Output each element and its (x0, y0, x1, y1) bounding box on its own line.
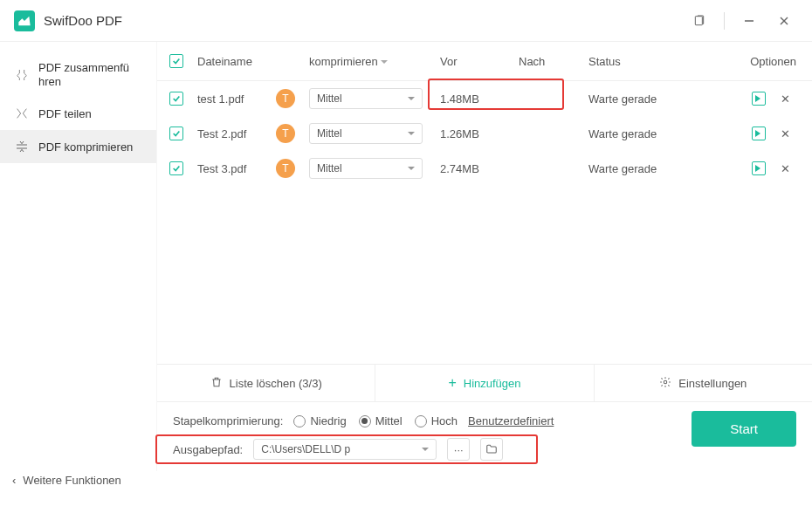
sort-icon (381, 60, 388, 67)
sidebar-item-merge[interactable]: PDF zusammenfü hren (0, 52, 156, 97)
cell-filename: Test 3.pdf (190, 151, 269, 186)
cell-before: 1.48MB (433, 81, 512, 117)
radio-high[interactable]: Hoch (415, 414, 458, 427)
output-label: Ausgabepfad: (173, 443, 243, 456)
gear-icon (659, 376, 671, 391)
divider (724, 12, 725, 30)
sidebar-item-label: PDF teilen (38, 107, 92, 120)
sidebar: PDF zusammenfü hren PDF teilen PDF kompr… (0, 42, 157, 471)
titlebar: SwifDoo PDF (0, 0, 812, 42)
clear-list-button[interactable]: Liste löschen (3/3) (157, 365, 375, 401)
play-icon (752, 161, 766, 175)
batch-label: Stapelkomprimierung: (173, 414, 283, 427)
batch-radio-group: Niedrig Mittel Hoch (293, 414, 458, 427)
compress-select[interactable]: Mittel (309, 123, 423, 144)
split-icon (14, 106, 30, 121)
add-file-button[interactable]: + Hinzufügen (375, 365, 593, 401)
remove-row-button[interactable] (777, 161, 793, 176)
play-icon (752, 92, 766, 106)
plus-icon: + (448, 375, 456, 391)
run-row-button[interactable] (751, 161, 767, 176)
cell-status: Warte gerade (581, 116, 733, 151)
remove-row-button[interactable] (777, 126, 793, 141)
radio-low[interactable]: Niedrig (293, 414, 346, 427)
titlebar-actions (685, 7, 798, 35)
app-title: SwifDoo PDF (44, 13, 685, 28)
cell-after (512, 151, 581, 186)
radio-mid[interactable]: Mittel (359, 414, 403, 427)
row-checkbox[interactable] (169, 92, 183, 106)
select-all-checkbox[interactable] (169, 54, 183, 68)
content: Dateiname komprimieren Vor Nach Status O… (157, 42, 812, 471)
svg-rect-0 (695, 16, 702, 24)
table-row: test 1.pdfTMittel1.48MBWarte gerade (157, 81, 812, 117)
compress-select[interactable]: Mittel (309, 158, 423, 179)
row-checkbox[interactable] (169, 126, 183, 140)
window-action-icon[interactable] (685, 7, 713, 35)
col-after: Nach (512, 42, 581, 81)
sidebar-item-split[interactable]: PDF teilen (0, 97, 156, 130)
type-badge-icon: T (276, 159, 295, 178)
custom-link[interactable]: Benutzerdefiniert (468, 414, 554, 427)
remove-row-button[interactable] (777, 91, 793, 106)
col-filename: Dateiname (190, 42, 269, 81)
col-before: Vor (433, 42, 512, 81)
settings-button[interactable]: Einstellungen (594, 365, 812, 401)
run-row-button[interactable] (751, 91, 767, 106)
sidebar-item-label: PDF zusammenfü hren (38, 61, 129, 88)
more-path-button[interactable]: ··· (447, 438, 470, 461)
col-status: Status (581, 42, 733, 81)
sidebar-item-compress[interactable]: PDF komprimieren (0, 130, 156, 163)
row-checkbox[interactable] (169, 161, 183, 175)
compress-icon (14, 139, 30, 154)
output-path-select[interactable]: C:\Users\DELL\D p (253, 439, 437, 460)
play-icon (752, 126, 766, 140)
svg-point-4 (664, 380, 668, 384)
table-row: Test 3.pdfTMittel2.74MBWarte gerade (157, 151, 812, 186)
cell-status: Warte gerade (581, 151, 733, 186)
start-button[interactable]: Start (692, 411, 796, 447)
cell-after (512, 116, 581, 151)
cell-before: 1.26MB (433, 116, 512, 151)
cell-filename: Test 2.pdf (190, 116, 269, 151)
app-logo (14, 10, 35, 31)
minimize-icon[interactable] (735, 7, 763, 35)
table-row: Test 2.pdfTMittel1.26MBWarte gerade (157, 116, 812, 151)
type-badge-icon: T (276, 124, 295, 143)
trash-icon (210, 376, 223, 391)
more-functions-link[interactable]: ‹ Weitere Funktionen (12, 474, 121, 487)
col-compress[interactable]: komprimieren (302, 42, 433, 81)
footer: Stapelkomprimierung: Niedrig Mittel Hoch… (157, 402, 812, 471)
file-table: Dateiname komprimieren Vor Nach Status O… (157, 42, 812, 186)
cell-before: 2.74MB (433, 151, 512, 186)
col-options: Optionen (733, 42, 812, 81)
run-row-button[interactable] (751, 126, 767, 141)
merge-icon (14, 67, 30, 83)
chevron-left-icon: ‹ (12, 474, 16, 487)
compress-select[interactable]: Mittel (309, 88, 423, 109)
close-icon[interactable] (770, 7, 798, 35)
cell-after (512, 81, 581, 117)
browse-folder-button[interactable] (480, 438, 503, 461)
cell-filename: test 1.pdf (190, 81, 269, 117)
sidebar-item-label: PDF komprimieren (38, 140, 133, 154)
action-bar: Liste löschen (3/3) + Hinzufügen Einstel… (157, 364, 812, 402)
type-badge-icon: T (276, 89, 295, 108)
cell-status: Warte gerade (581, 81, 733, 117)
